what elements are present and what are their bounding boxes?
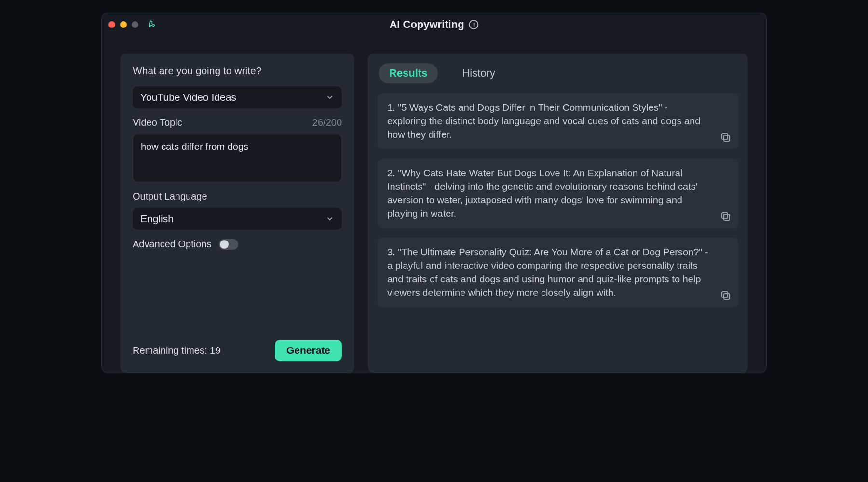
svg-rect-2 — [724, 214, 730, 220]
prompt-label: What are you going to write? — [133, 65, 342, 77]
tab-results[interactable]: Results — [379, 63, 438, 83]
output-tabs: Results History — [378, 63, 738, 83]
copy-icon[interactable] — [720, 132, 732, 143]
result-text: 3. "The Ultimate Personality Quiz: Are Y… — [387, 247, 708, 298]
close-window-button[interactable] — [108, 21, 115, 28]
language-select[interactable]: English — [133, 208, 342, 230]
minimize-window-button[interactable] — [120, 21, 127, 28]
result-card: 2. "Why Cats Hate Water But Dogs Love It… — [378, 159, 738, 228]
advanced-options-label: Advanced Options — [133, 239, 211, 250]
results-list: 1. "5 Ways Cats and Dogs Differ in Their… — [378, 93, 738, 373]
svg-rect-3 — [722, 213, 728, 218]
language-label: Output Language — [133, 191, 207, 202]
result-text: 1. "5 Ways Cats and Dogs Differ in Their… — [387, 102, 700, 140]
chevron-down-icon — [326, 93, 334, 102]
window-controls — [108, 21, 138, 28]
toggle-knob — [220, 240, 229, 249]
pin-icon[interactable] — [147, 20, 157, 29]
page-title: AI Copywriting — [389, 18, 464, 31]
copy-icon[interactable] — [720, 290, 732, 301]
topic-label: Video Topic — [133, 117, 182, 128]
app-window: AI Copywriting ! What are you going to w… — [101, 13, 767, 373]
result-card: 3. "The Ultimate Personality Quiz: Are Y… — [378, 238, 738, 307]
language-select-value: English — [140, 213, 174, 225]
result-card: 1. "5 Ways Cats and Dogs Differ in Their… — [378, 93, 738, 149]
svg-rect-5 — [722, 292, 728, 297]
template-select-value: YouTube Video Ideas — [140, 92, 236, 103]
tab-history[interactable]: History — [451, 63, 505, 83]
titlebar: AI Copywriting ! — [102, 13, 766, 36]
svg-rect-0 — [724, 135, 730, 141]
template-select[interactable]: YouTube Video Ideas — [133, 86, 342, 108]
maximize-window-button[interactable] — [132, 21, 138, 28]
advanced-options-toggle[interactable] — [219, 239, 238, 250]
svg-rect-1 — [722, 134, 728, 139]
chevron-down-icon — [326, 214, 334, 223]
topic-input[interactable] — [133, 134, 342, 182]
input-panel: What are you going to write? YouTube Vid… — [120, 54, 354, 373]
content-area: What are you going to write? YouTube Vid… — [102, 36, 766, 373]
generate-button[interactable]: Generate — [275, 340, 342, 361]
svg-rect-4 — [724, 294, 730, 299]
copy-icon[interactable] — [720, 211, 732, 222]
result-text: 2. "Why Cats Hate Water But Dogs Love It… — [387, 168, 698, 219]
topic-char-count: 26/200 — [312, 117, 342, 128]
output-panel: Results History 1. "5 Ways Cats and Dogs… — [368, 54, 748, 373]
remaining-count: Remaining times: 19 — [133, 345, 220, 356]
info-icon[interactable]: ! — [469, 20, 479, 29]
